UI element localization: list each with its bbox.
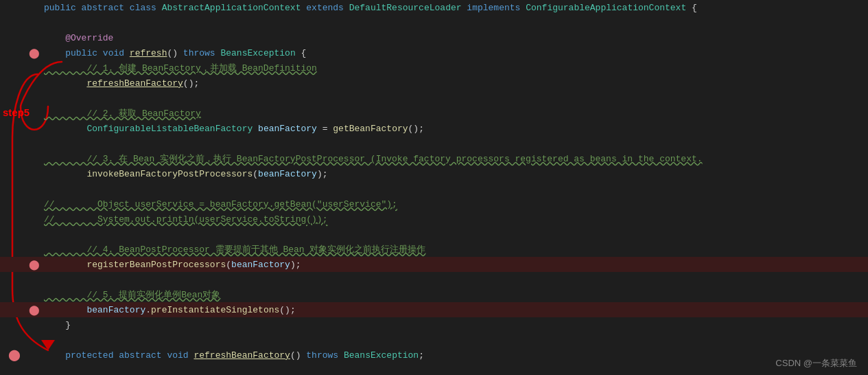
code-line (0, 181, 868, 196)
code-lines: public abstract class AbstractApplicatio… (0, 0, 868, 363)
code-line: ⬤ beanFactory.preInstantiateSingletons()… (0, 302, 868, 317)
code-line: ⬤ public void refresh() throws BeansExce… (0, 45, 868, 60)
code-content: ConfigurableListableBeanFactory beanFact… (41, 124, 868, 134)
code-content: public void refresh() throws BeansExcept… (41, 48, 868, 58)
code-line: ConfigurableListableBeanFactory beanFact… (0, 121, 868, 136)
code-content: beanFactory.preInstantiateSingletons(); (41, 305, 868, 315)
code-content: @Override (41, 33, 868, 43)
code-line: // 3. 在 Bean 实例化之前，执行 BeanFactoryPostPro… (0, 151, 868, 166)
code-content: // Object userService = beanFactory.getB… (41, 199, 868, 209)
code-line (0, 15, 868, 30)
gutter-icon: ⬤ (27, 47, 41, 59)
code-line: ⬤ protected abstract void refreshBeanFac… (0, 348, 868, 363)
code-line: @Override (0, 30, 868, 45)
code-line: // Object userService = beanFactory.getB… (0, 196, 868, 212)
code-line: // 4. BeanPostProcessor 需要提前于其他 Bean 对象实… (0, 242, 868, 257)
code-line: refreshBeanFactory(); (0, 76, 868, 91)
line-number: ⬤ (0, 348, 27, 362)
code-content: // 4. BeanPostProcessor 需要提前于其他 Bean 对象实… (41, 243, 868, 255)
gutter-icon: ⬤ (27, 304, 41, 316)
code-line: // 5. 提前实例化单例Bean对象 (0, 287, 868, 302)
step5-label: step5 (3, 106, 30, 118)
code-content: // 3. 在 Bean 实例化之前，执行 BeanFactoryPostPro… (41, 152, 868, 165)
code-content: protected abstract void refreshBeanFacto… (41, 350, 868, 361)
code-line: // System.out.println(userService.toStri… (0, 212, 868, 227)
code-line: // 2. 获取 BeanFactory (0, 106, 868, 121)
code-content: // 2. 获取 BeanFactory (41, 107, 868, 120)
code-line (0, 272, 868, 287)
code-line: ⬤ registerBeanPostProcessors(beanFactory… (0, 257, 868, 272)
code-content: // 5. 提前实例化单例Bean对象 (41, 288, 868, 301)
code-line (0, 136, 868, 151)
code-content: // System.out.println(userService.toStri… (41, 214, 868, 225)
code-line (0, 332, 868, 348)
code-content: registerBeanPostProcessors(beanFactory); (41, 260, 868, 270)
code-content: invokeBeanFactoryPostProcessors(beanFact… (41, 169, 868, 179)
code-line: public abstract class AbstractApplicatio… (0, 0, 868, 15)
code-content: refreshBeanFactory(); (41, 78, 868, 89)
code-line: // 1. 创建 BeanFactory，并加载 BeanDefinition (0, 60, 868, 76)
code-content: // 1. 创建 BeanFactory，并加载 BeanDefinition (41, 62, 868, 74)
gutter-icon: ⬤ (27, 259, 41, 271)
code-line (0, 227, 868, 242)
code-line (0, 91, 868, 106)
code-container: step5 public abstract class AbstractAppl… (0, 0, 868, 375)
code-line: invokeBeanFactoryPostProcessors(beanFact… (0, 166, 868, 181)
code-content: } (41, 320, 868, 330)
code-content: public abstract class AbstractApplicatio… (41, 3, 868, 13)
watermark: CSDN @一条菜菜鱼 (775, 357, 857, 370)
code-line: } (0, 317, 868, 332)
